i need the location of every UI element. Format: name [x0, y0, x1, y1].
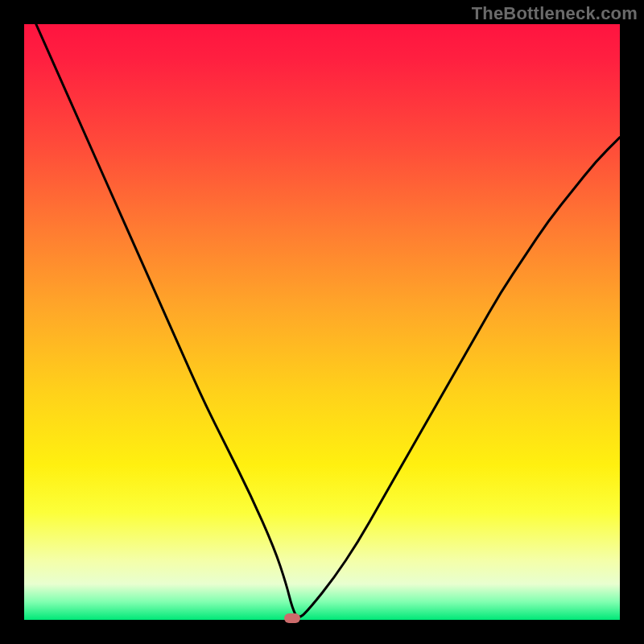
watermark-text: TheBottleneck.com — [472, 3, 638, 24]
optimal-point-marker — [284, 613, 300, 623]
chart-plot-area — [24, 24, 620, 620]
bottleneck-curve — [24, 24, 620, 620]
